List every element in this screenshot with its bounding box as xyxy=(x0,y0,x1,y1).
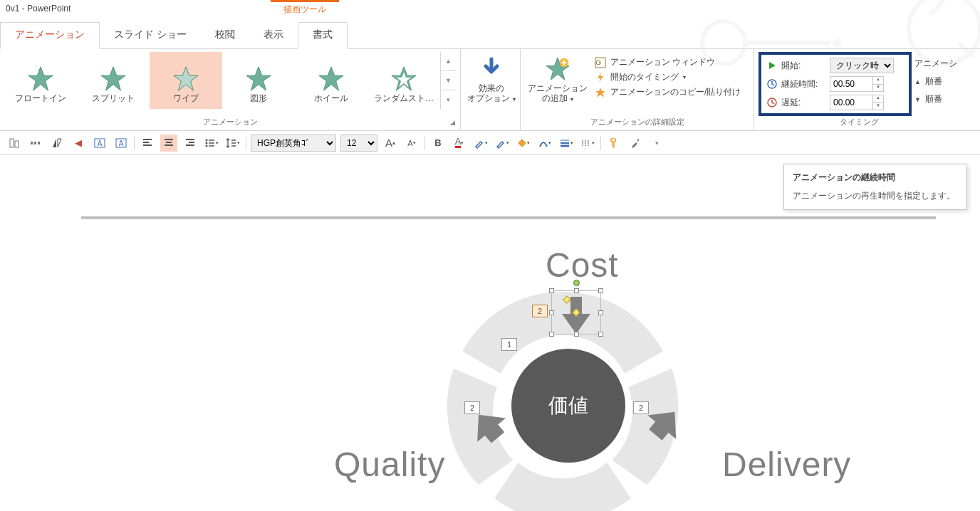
fontsize-select[interactable]: 12 xyxy=(340,135,377,152)
font-select[interactable]: HGP創英角ｺﾞ xyxy=(251,135,336,152)
gallery-more-button[interactable]: ▾ xyxy=(441,90,456,109)
shape-fill-icon[interactable]: ▾ xyxy=(515,135,532,152)
align-objects-icon[interactable] xyxy=(6,135,23,152)
svg-marker-5 xyxy=(174,67,198,90)
dashes-icon[interactable]: ▾ xyxy=(579,135,596,152)
duration-input[interactable] xyxy=(830,76,872,92)
tab-animation[interactable]: アニメーション xyxy=(0,22,100,49)
label-quality[interactable]: Quality xyxy=(334,445,445,484)
tab-view[interactable]: 表示 xyxy=(249,23,298,48)
delay-up[interactable]: ▲ xyxy=(873,95,883,103)
eyedropper1-icon[interactable]: ▾ xyxy=(472,135,489,152)
adj-handle-1[interactable] xyxy=(563,295,570,303)
tab-slideshow[interactable]: スライド ショー xyxy=(100,23,201,48)
title-underline xyxy=(81,216,936,219)
gallery-item-split[interactable]: スプリット xyxy=(77,52,150,109)
anim-tag-top[interactable]: 2 xyxy=(532,305,548,317)
animation-gallery: フロートイン スプリット ワイプ 図形 ホイール ランダムスト… xyxy=(4,52,456,109)
group-label-animation: アニメーション xyxy=(4,117,456,129)
align-center-icon[interactable] xyxy=(160,135,177,152)
delay-spinner[interactable]: ▲▼ xyxy=(830,95,884,110)
dialog-launcher-animation[interactable]: ◢ xyxy=(447,119,457,129)
animation-pane-button[interactable]: アニメーション ウィンドウ xyxy=(595,56,741,68)
delay-input[interactable] xyxy=(830,95,872,110)
center-circle[interactable]: 価値 xyxy=(511,349,625,463)
start-select[interactable]: クリック時 xyxy=(830,58,894,73)
sel-handle-w[interactable] xyxy=(549,310,554,315)
prev-icon[interactable]: ◀ xyxy=(70,135,87,152)
svg-point-26 xyxy=(206,139,208,141)
group-label-advanced: アニメーションの詳細設定 xyxy=(525,117,749,129)
gallery-down-button[interactable]: ▼ xyxy=(441,71,456,90)
delay-down[interactable]: ▼ xyxy=(873,103,883,110)
anim-tag-right[interactable]: 2 xyxy=(633,401,649,414)
bold-icon[interactable]: B xyxy=(429,135,447,152)
brush-icon[interactable] xyxy=(627,135,644,152)
font-color-icon[interactable]: A▾ xyxy=(451,135,468,152)
eyedropper2-icon[interactable]: ▾ xyxy=(494,135,511,152)
rotate-handle[interactable] xyxy=(573,280,580,286)
line-weight-icon[interactable]: ▾ xyxy=(558,135,575,152)
textbox-v-icon[interactable]: A xyxy=(113,135,130,152)
bullets-icon[interactable]: ▾ xyxy=(203,135,220,152)
animation-painter-button[interactable]: アニメーションのコピー/貼り付け xyxy=(595,86,741,98)
anim-tag-mid[interactable]: 1 xyxy=(501,338,517,351)
svg-text:A: A xyxy=(98,139,103,147)
flip-icon[interactable] xyxy=(48,135,66,152)
adj-handle-2[interactable] xyxy=(572,308,580,316)
label-delivery[interactable]: Delivery xyxy=(722,445,851,484)
align-left-icon[interactable] xyxy=(139,135,156,152)
sel-handle-se[interactable] xyxy=(598,332,603,337)
grow-font-icon[interactable]: A▴ xyxy=(382,135,399,152)
effect-options-button[interactable]: 効果のオプション ▾ xyxy=(465,52,518,104)
star-plus-icon xyxy=(545,56,570,82)
gallery-item-shape[interactable]: 図形 xyxy=(222,52,295,109)
align-right-icon[interactable] xyxy=(182,135,199,152)
svg-rect-20 xyxy=(34,142,36,144)
sel-handle-sw[interactable] xyxy=(549,332,554,337)
ribbon: フロートイン スプリット ワイプ 図形 ホイール ランダムスト… xyxy=(0,49,980,131)
svg-rect-18 xyxy=(15,141,19,147)
gallery-up-button[interactable]: ▲ xyxy=(441,52,456,71)
line-spacing-icon[interactable]: ▾ xyxy=(224,135,241,152)
gallery-item-randomstripes[interactable]: ランダムスト… xyxy=(368,52,440,109)
tab-format[interactable]: 書式 xyxy=(298,22,348,49)
shape-outline-icon[interactable]: ▾ xyxy=(536,135,553,152)
move-earlier-button[interactable]: ▲順番 xyxy=(914,75,957,88)
shrink-font-icon[interactable]: A▾ xyxy=(403,135,420,152)
overflow-icon[interactable]: ▾ xyxy=(648,135,665,152)
sel-handle-s[interactable] xyxy=(574,332,579,337)
add-animation-button[interactable]: アニメーションの追加 ▾ xyxy=(525,52,590,104)
distribute-icon[interactable] xyxy=(27,135,44,152)
reorder-label: アニメーシ xyxy=(914,58,957,70)
duration-up[interactable]: ▲ xyxy=(873,77,883,85)
arrow-down-icon xyxy=(479,56,504,82)
slide: Cost Quality Delivery 価値 xyxy=(81,164,936,511)
selection-box xyxy=(551,290,601,334)
textbox-a-icon[interactable]: A xyxy=(91,135,108,152)
anim-tag-left[interactable]: 2 xyxy=(464,401,480,414)
duration-label: 継続時間: xyxy=(781,78,825,90)
gallery-item-floatin[interactable]: フロートイン xyxy=(4,52,77,109)
label-cost[interactable]: Cost xyxy=(546,246,619,285)
sel-handle-n[interactable] xyxy=(574,288,579,293)
tooltip-body: アニメーションの再生時間を指定します。 xyxy=(793,189,958,202)
gallery-item-wipe[interactable]: ワイプ xyxy=(150,52,222,109)
sel-handle-e[interactable] xyxy=(598,310,603,315)
slide-canvas[interactable]: Cost Quality Delivery 価値 xyxy=(71,164,980,511)
duration-down[interactable]: ▼ xyxy=(873,85,883,92)
gallery-item-wheel[interactable]: ホイール xyxy=(295,52,368,109)
sel-handle-ne[interactable] xyxy=(598,288,603,293)
tooltip-duration: アニメーションの継続時間 アニメーションの再生時間を指定します。 xyxy=(783,164,967,210)
svg-point-27 xyxy=(206,142,208,144)
contextual-tool-tab: 描画ツール xyxy=(271,0,339,17)
trigger-button[interactable]: 開始のタイミング ▾ xyxy=(595,71,741,83)
move-later-button[interactable]: ▼順番 xyxy=(914,93,957,105)
duration-spinner[interactable]: ▲▼ xyxy=(830,76,884,92)
svg-marker-14 xyxy=(595,88,605,98)
svg-marker-4 xyxy=(101,67,125,90)
sel-handle-nw[interactable] xyxy=(549,288,554,293)
tab-review[interactable]: 校閲 xyxy=(201,23,249,48)
svg-rect-21 xyxy=(38,142,40,144)
format-painter-icon[interactable] xyxy=(605,135,622,152)
